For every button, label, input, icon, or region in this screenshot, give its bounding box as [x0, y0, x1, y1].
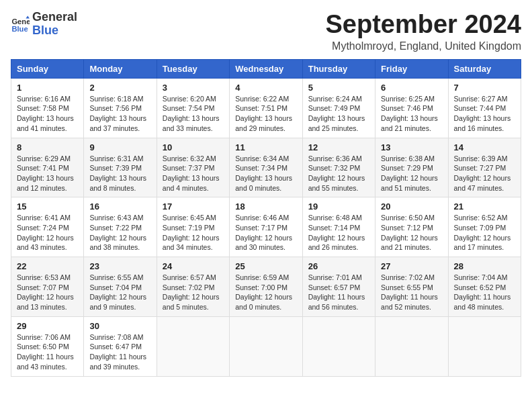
- svg-text:Blue: Blue: [11, 24, 28, 32]
- calendar-cell: 6Sunrise: 6:25 AM Sunset: 7:46 PM Daylig…: [375, 78, 448, 138]
- day-info: Sunrise: 6:36 AM Sunset: 7:32 PM Dayligh…: [308, 154, 369, 193]
- calendar-cell: 22Sunrise: 6:53 AM Sunset: 7:07 PM Dayli…: [11, 257, 84, 317]
- title-section: September 2024 Mytholmroyd, England, Uni…: [326, 11, 522, 52]
- logo-icon: General Blue: [11, 15, 30, 34]
- calendar-cell: 30Sunrise: 7:08 AM Sunset: 6:47 PM Dayli…: [84, 316, 157, 376]
- calendar-cell: 7Sunrise: 6:27 AM Sunset: 7:44 PM Daylig…: [448, 78, 521, 138]
- day-info: Sunrise: 6:31 AM Sunset: 7:39 PM Dayligh…: [89, 154, 150, 193]
- day-info: Sunrise: 6:53 AM Sunset: 7:07 PM Dayligh…: [17, 273, 78, 312]
- calendar-cell: 20Sunrise: 6:50 AM Sunset: 7:12 PM Dayli…: [375, 197, 448, 257]
- day-number: 23: [89, 261, 150, 271]
- calendar-cell: 4Sunrise: 6:22 AM Sunset: 7:51 PM Daylig…: [230, 78, 302, 138]
- calendar-cell: 5Sunrise: 6:24 AM Sunset: 7:49 PM Daylig…: [302, 78, 375, 138]
- weekday-header-thursday: Thursday: [302, 59, 375, 78]
- day-number: 1: [17, 83, 78, 93]
- day-info: Sunrise: 6:59 AM Sunset: 7:00 PM Dayligh…: [235, 273, 296, 312]
- calendar-cell: [302, 316, 375, 376]
- day-number: 19: [308, 201, 369, 212]
- day-number: 21: [454, 201, 515, 212]
- calendar-cell: 27Sunrise: 7:02 AM Sunset: 6:55 PM Dayli…: [375, 257, 448, 317]
- day-info: Sunrise: 6:27 AM Sunset: 7:44 PM Dayligh…: [454, 94, 515, 134]
- day-info: Sunrise: 7:01 AM Sunset: 6:57 PM Dayligh…: [308, 273, 369, 312]
- day-info: Sunrise: 6:43 AM Sunset: 7:22 PM Dayligh…: [89, 213, 150, 253]
- calendar-cell: 21Sunrise: 6:52 AM Sunset: 7:09 PM Dayli…: [448, 197, 521, 257]
- calendar-cell: 16Sunrise: 6:43 AM Sunset: 7:22 PM Dayli…: [84, 197, 157, 257]
- calendar-cell: [375, 316, 448, 376]
- day-info: Sunrise: 6:22 AM Sunset: 7:51 PM Dayligh…: [235, 94, 296, 134]
- calendar-cell: 28Sunrise: 7:04 AM Sunset: 6:52 PM Dayli…: [448, 257, 521, 317]
- day-info: Sunrise: 6:38 AM Sunset: 7:29 PM Dayligh…: [381, 154, 442, 193]
- week-row-5: 29Sunrise: 7:06 AM Sunset: 6:50 PM Dayli…: [11, 316, 521, 376]
- logo-line2: Blue: [32, 24, 77, 38]
- day-number: 28: [454, 261, 515, 271]
- weekday-header-monday: Monday: [84, 59, 157, 78]
- day-info: Sunrise: 6:41 AM Sunset: 7:24 PM Dayligh…: [17, 213, 78, 253]
- day-info: Sunrise: 6:20 AM Sunset: 7:54 PM Dayligh…: [163, 94, 224, 134]
- day-number: 13: [381, 142, 442, 152]
- week-row-4: 22Sunrise: 6:53 AM Sunset: 7:07 PM Dayli…: [11, 257, 521, 317]
- day-number: 7: [454, 83, 515, 93]
- day-info: Sunrise: 6:29 AM Sunset: 7:41 PM Dayligh…: [17, 154, 78, 193]
- calendar-cell: 12Sunrise: 6:36 AM Sunset: 7:32 PM Dayli…: [302, 138, 375, 197]
- day-info: Sunrise: 7:02 AM Sunset: 6:55 PM Dayligh…: [381, 273, 442, 312]
- day-info: Sunrise: 6:25 AM Sunset: 7:46 PM Dayligh…: [381, 94, 442, 134]
- calendar-cell: 9Sunrise: 6:31 AM Sunset: 7:39 PM Daylig…: [84, 138, 157, 197]
- logo-line1: General: [32, 11, 77, 24]
- day-number: 9: [89, 142, 150, 152]
- day-info: Sunrise: 7:06 AM Sunset: 6:50 PM Dayligh…: [17, 332, 78, 372]
- day-info: Sunrise: 6:55 AM Sunset: 7:04 PM Dayligh…: [89, 273, 150, 312]
- calendar-cell: 19Sunrise: 6:48 AM Sunset: 7:14 PM Dayli…: [302, 197, 375, 257]
- day-info: Sunrise: 7:08 AM Sunset: 6:47 PM Dayligh…: [89, 332, 150, 372]
- day-number: 25: [235, 261, 296, 271]
- logo: General Blue General Blue: [11, 11, 77, 38]
- day-number: 22: [17, 261, 78, 271]
- weekday-header-tuesday: Tuesday: [157, 59, 229, 78]
- day-info: Sunrise: 6:57 AM Sunset: 7:02 PM Dayligh…: [163, 273, 224, 312]
- weekday-header-wednesday: Wednesday: [230, 59, 302, 78]
- day-info: Sunrise: 6:52 AM Sunset: 7:09 PM Dayligh…: [454, 213, 515, 253]
- week-row-2: 8Sunrise: 6:29 AM Sunset: 7:41 PM Daylig…: [11, 138, 521, 197]
- day-info: Sunrise: 6:46 AM Sunset: 7:17 PM Dayligh…: [235, 213, 296, 253]
- day-number: 8: [17, 142, 78, 152]
- day-number: 5: [308, 83, 369, 93]
- calendar-cell: 10Sunrise: 6:32 AM Sunset: 7:37 PM Dayli…: [157, 138, 229, 197]
- calendar-table: SundayMondayTuesdayWednesdayThursdayFrid…: [11, 59, 521, 377]
- calendar-cell: 11Sunrise: 6:34 AM Sunset: 7:34 PM Dayli…: [230, 138, 302, 197]
- day-number: 16: [89, 201, 150, 212]
- day-info: Sunrise: 6:24 AM Sunset: 7:49 PM Dayligh…: [308, 94, 369, 134]
- page-header: General Blue General Blue September 2024…: [11, 11, 521, 52]
- day-number: 18: [235, 201, 296, 212]
- calendar-cell: 26Sunrise: 7:01 AM Sunset: 6:57 PM Dayli…: [302, 257, 375, 317]
- day-number: 17: [163, 201, 224, 212]
- calendar-cell: 29Sunrise: 7:06 AM Sunset: 6:50 PM Dayli…: [11, 316, 84, 376]
- week-row-3: 15Sunrise: 6:41 AM Sunset: 7:24 PM Dayli…: [11, 197, 521, 257]
- day-info: Sunrise: 6:50 AM Sunset: 7:12 PM Dayligh…: [381, 213, 442, 253]
- day-number: 20: [381, 201, 442, 212]
- calendar-cell: [448, 316, 521, 376]
- day-info: Sunrise: 6:18 AM Sunset: 7:56 PM Dayligh…: [89, 94, 150, 134]
- day-number: 30: [89, 321, 150, 331]
- day-number: 12: [308, 142, 369, 152]
- calendar-cell: 2Sunrise: 6:18 AM Sunset: 7:56 PM Daylig…: [84, 78, 157, 138]
- day-number: 6: [381, 83, 442, 93]
- day-info: Sunrise: 6:39 AM Sunset: 7:27 PM Dayligh…: [454, 154, 515, 193]
- weekday-header-row: SundayMondayTuesdayWednesdayThursdayFrid…: [11, 59, 521, 78]
- calendar-cell: 25Sunrise: 6:59 AM Sunset: 7:00 PM Dayli…: [230, 257, 302, 317]
- day-number: 3: [163, 83, 224, 93]
- location-title: Mytholmroyd, England, United Kingdom: [326, 40, 522, 52]
- day-info: Sunrise: 7:04 AM Sunset: 6:52 PM Dayligh…: [454, 273, 515, 312]
- day-info: Sunrise: 6:48 AM Sunset: 7:14 PM Dayligh…: [308, 213, 369, 253]
- calendar-cell: 1Sunrise: 6:16 AM Sunset: 7:58 PM Daylig…: [11, 78, 84, 138]
- calendar-cell: 15Sunrise: 6:41 AM Sunset: 7:24 PM Dayli…: [11, 197, 84, 257]
- calendar-cell: 3Sunrise: 6:20 AM Sunset: 7:54 PM Daylig…: [157, 78, 229, 138]
- day-info: Sunrise: 6:32 AM Sunset: 7:37 PM Dayligh…: [163, 154, 224, 193]
- weekday-header-friday: Friday: [375, 59, 448, 78]
- day-number: 15: [17, 201, 78, 212]
- calendar-cell: 23Sunrise: 6:55 AM Sunset: 7:04 PM Dayli…: [84, 257, 157, 317]
- calendar-cell: 13Sunrise: 6:38 AM Sunset: 7:29 PM Dayli…: [375, 138, 448, 197]
- day-number: 24: [163, 261, 224, 271]
- day-number: 27: [381, 261, 442, 271]
- day-number: 4: [235, 83, 296, 93]
- calendar-cell: 18Sunrise: 6:46 AM Sunset: 7:17 PM Dayli…: [230, 197, 302, 257]
- day-number: 29: [17, 321, 78, 331]
